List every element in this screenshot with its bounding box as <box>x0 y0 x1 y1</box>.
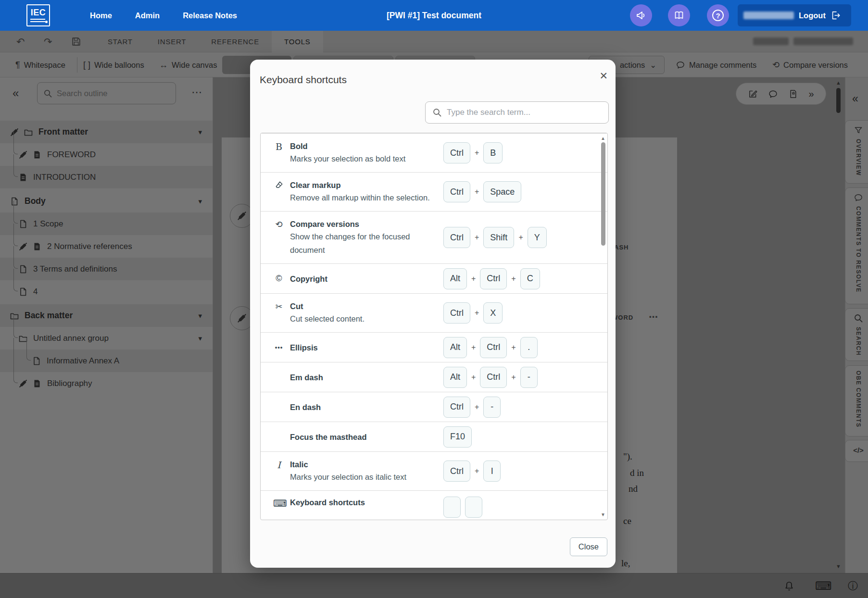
logout-icon <box>830 10 841 21</box>
shortcut-keys: Alt + Ctrl + C <box>443 268 540 289</box>
key-cap: C <box>520 268 540 289</box>
key-cap <box>443 497 461 518</box>
shortcut-desc: Cut selected content. <box>290 312 365 325</box>
key-cap: Y <box>528 227 547 248</box>
app-window: ASH WORD ⋯ "). d in nd ce le, IEC Home A… <box>0 0 868 598</box>
key-cap: Space <box>483 181 521 202</box>
key-cap: Ctrl <box>480 367 507 388</box>
plus-separator: + <box>518 233 523 242</box>
shortcut-title: Italic <box>290 459 406 470</box>
nav-home[interactable]: Home <box>90 11 112 20</box>
plus-separator: + <box>475 309 479 317</box>
shortcut-desc: Show the changes for the focused documen… <box>290 230 432 257</box>
key-cap: Ctrl <box>443 397 470 418</box>
modal-close-icon-button[interactable]: ✕ <box>599 70 608 82</box>
shortcut-row-en-dash: En dash Ctrl + - <box>261 392 607 422</box>
key-cap: Ctrl <box>443 461 470 482</box>
logo-dot <box>45 21 48 23</box>
key-cap: F10 <box>443 426 472 448</box>
shortcut-row-cut: ✂ Cut Cut selected content. Ctrl + X <box>261 293 607 332</box>
shortcut-title: Bold <box>290 140 405 152</box>
plus-separator: + <box>511 373 516 382</box>
top-header: IEC Home Admin Release Notes [PWI #1] Te… <box>0 0 868 31</box>
shortcut-list: ▲ ▼ B Bold Marks your selection as bold … <box>260 133 608 520</box>
italic-icon: I <box>273 460 285 470</box>
key-cap: Alt <box>443 367 467 388</box>
shortcut-row-italic: I Italic Marks your selection as italic … <box>261 451 607 490</box>
shortcut-desc: Marks your selection as italic text <box>290 470 406 484</box>
plus-separator: + <box>511 274 516 283</box>
shortcut-keys: Ctrl + Space <box>443 181 521 202</box>
logo-bars <box>30 19 45 22</box>
shortcut-keys: Alt + Ctrl + . <box>443 337 538 358</box>
shortcut-title: Copyright <box>290 273 327 285</box>
announcements-button[interactable] <box>630 4 652 26</box>
key-cap: Ctrl <box>443 302 470 324</box>
shortcut-keys: Ctrl + B <box>443 142 503 163</box>
shortcut-row-copyright: © Copyright Alt + Ctrl + C <box>261 263 607 293</box>
iec-logo[interactable]: IEC <box>26 4 50 26</box>
copyright-icon: © <box>273 274 285 284</box>
nav-admin[interactable]: Admin <box>135 11 160 20</box>
list-scrollbar-thumb[interactable] <box>601 142 605 246</box>
plus-separator: + <box>475 149 479 157</box>
shortcut-row-keyboard-shortcuts: ⌨ Keyboard shortcuts <box>261 490 607 520</box>
book-icon <box>673 10 685 21</box>
key-cap: Shift <box>483 227 514 248</box>
plus-separator: + <box>475 467 479 475</box>
bold-icon: B <box>273 141 285 152</box>
shortcut-search <box>425 101 609 124</box>
key-cap: I <box>483 461 501 482</box>
shortcut-desc: Marks your selection as bold text <box>290 152 405 165</box>
shortcut-keys: Ctrl + I <box>443 461 501 482</box>
plus-separator: + <box>475 233 479 242</box>
shortcut-title: Clear markup <box>290 179 430 191</box>
shortcut-row-focus-masthead: Focus the masthead F10 <box>261 422 607 451</box>
nav-release-notes[interactable]: Release Notes <box>183 11 237 20</box>
search-icon <box>432 108 442 117</box>
key-cap: X <box>483 302 503 324</box>
list-scroll-down-arrow[interactable]: ▼ <box>601 512 605 517</box>
question-icon: ? <box>712 10 724 21</box>
key-cap: - <box>520 367 538 388</box>
main-nav: Home Admin Release Notes <box>90 0 237 31</box>
shortcut-keys <box>443 497 482 518</box>
help-button[interactable]: ? <box>707 4 729 26</box>
keyboard-icon: ⌨ <box>273 498 285 509</box>
list-scroll-up-arrow[interactable]: ▲ <box>601 136 605 141</box>
key-cap: Ctrl <box>443 181 470 202</box>
shortcut-search-input[interactable] <box>447 108 602 117</box>
key-cap <box>465 497 482 518</box>
shortcut-keys: Ctrl + Shift + Y <box>443 227 547 248</box>
eraser-icon <box>273 180 285 192</box>
key-cap: Alt <box>443 337 467 358</box>
plus-separator: + <box>475 403 479 411</box>
shortcut-title: Em dash <box>290 372 323 383</box>
shortcut-desc: Remove all markup within the selection. <box>290 191 430 204</box>
shortcut-title: Keyboard shortcuts <box>290 497 365 508</box>
modal-title: Keyboard shortcuts <box>260 74 347 86</box>
shortcut-keys: Alt + Ctrl + - <box>443 367 538 388</box>
megaphone-icon <box>635 10 647 21</box>
ellipsis-icon: ••• <box>273 344 285 351</box>
logout-button[interactable]: Logout <box>738 4 851 26</box>
history-icon: ⟲ <box>273 219 285 230</box>
shortcut-title: Focus the masthead <box>290 431 367 443</box>
shortcut-title: Cut <box>290 300 365 312</box>
plus-separator: + <box>511 343 516 352</box>
shortcut-title: En dash <box>290 401 321 413</box>
shortcut-keys: Ctrl + X <box>443 302 503 324</box>
plus-separator: + <box>471 274 476 283</box>
key-cap: Ctrl <box>480 337 507 358</box>
redacted-username <box>743 12 794 19</box>
modal-close-button[interactable]: Close <box>570 537 607 556</box>
shortcut-row-clear-markup: Clear markup Remove all markup within th… <box>261 172 607 211</box>
key-cap: Ctrl <box>443 142 470 163</box>
plus-separator: + <box>471 373 476 382</box>
key-cap: - <box>483 397 501 418</box>
shortcut-title: Compare versions <box>290 218 432 230</box>
key-cap: Alt <box>443 268 467 289</box>
scissors-icon: ✂ <box>273 301 285 312</box>
shortcut-title: Ellipsis <box>290 342 318 353</box>
documentation-button[interactable] <box>668 4 690 26</box>
